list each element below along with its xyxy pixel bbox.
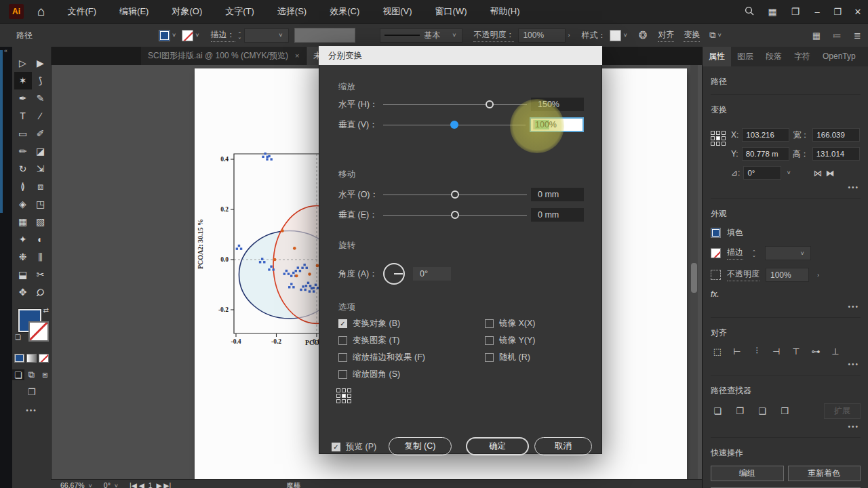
transform-more-options[interactable]: ••• xyxy=(711,184,861,191)
rotation-value[interactable]: 0° ˅ xyxy=(104,481,120,488)
angle-chevron-icon[interactable]: ˅ xyxy=(787,169,790,176)
eraser-tool[interactable]: ◪ xyxy=(32,142,50,160)
scale-vertical-input[interactable]: 100% xyxy=(530,117,584,132)
appearance-fill-swatch[interactable] xyxy=(711,228,721,238)
checkbox-transform-patterns[interactable]: 变换图案 (T) xyxy=(338,335,399,346)
blend-tool[interactable]: ◐ xyxy=(32,230,50,248)
style-chevron-icon[interactable]: ˅ xyxy=(623,32,627,39)
type-tool[interactable]: T xyxy=(14,107,32,125)
style-swatch[interactable] xyxy=(610,30,621,41)
collapse-panel-icon[interactable]: « xyxy=(4,47,7,54)
copy-button[interactable]: 复制 (C) xyxy=(389,437,452,455)
stroke-color-swatch[interactable] xyxy=(182,30,193,41)
appearance-stroke-weight[interactable]: ˅ xyxy=(765,246,811,260)
color-mode-button[interactable] xyxy=(14,354,24,363)
rotate-angle-select[interactable]: 0° xyxy=(743,166,781,180)
home-icon[interactable]: ⌂ xyxy=(37,4,45,19)
tab-character[interactable]: 字符 xyxy=(788,46,816,66)
panel-switch-icon[interactable]: ≔ xyxy=(833,30,842,41)
shape-builder-tool[interactable]: ◈ xyxy=(14,195,32,213)
column-graph-tool[interactable]: ⫼ xyxy=(32,248,50,266)
fx-button[interactable]: fx. xyxy=(711,289,719,299)
appearance-more-options[interactable]: ••• xyxy=(711,303,861,310)
appearance-opacity-value[interactable]: 100% xyxy=(766,268,809,282)
checkbox-reflect-x[interactable]: 镜像 X(X) xyxy=(485,318,535,329)
draw-inside-icon[interactable]: ⧈ xyxy=(39,369,51,380)
shape-props-icon[interactable]: ▦ xyxy=(812,30,821,41)
opacity-label[interactable]: 不透明度： xyxy=(473,29,514,42)
gradient-tool[interactable]: ▧ xyxy=(32,213,50,230)
draw-normal-icon[interactable]: ❏ xyxy=(12,369,24,380)
stroke-style-select[interactable]: 基本 ˅ xyxy=(380,28,462,43)
pathfinder-unite-icon[interactable]: ❏ xyxy=(711,406,724,417)
menu-help[interactable]: 帮助(H) xyxy=(479,5,532,18)
move-horizontal-slider[interactable] xyxy=(383,187,527,202)
checkbox-random[interactable]: 随机 (R) xyxy=(485,352,530,363)
artboard-nav[interactable]: |◀ ◀ 1 ▶ ▶| xyxy=(130,481,171,488)
scale-vertical-slider[interactable] xyxy=(383,117,526,132)
lasso-tool[interactable]: ⟆ xyxy=(32,72,50,89)
menu-window[interactable]: 窗口(W) xyxy=(424,5,479,18)
width-tool[interactable]: ≬ xyxy=(14,178,32,195)
align-left-icon[interactable]: ⊢ xyxy=(730,346,744,357)
direct-selection-tool[interactable]: ▷ xyxy=(14,54,32,72)
selection-tool[interactable]: ▶ xyxy=(32,54,50,72)
stroke-weight-label[interactable]: 描边： xyxy=(211,29,235,42)
appearance-stroke-label[interactable]: 描边 xyxy=(727,247,743,260)
y-field[interactable]: 80.778 m xyxy=(742,147,789,161)
screen-mode-icon[interactable]: ❐ xyxy=(12,387,51,397)
rotate-angle-value[interactable]: 0° xyxy=(413,267,451,281)
line-segment-tool[interactable]: ∕ xyxy=(32,107,50,125)
move-horizontal-value[interactable]: 0 mm xyxy=(531,188,584,201)
eyedropper-tool[interactable]: ✦ xyxy=(14,230,32,248)
checkbox-preview[interactable]: ✓预览 (P) xyxy=(332,441,376,453)
appearance-stroke-swatch[interactable] xyxy=(711,248,721,258)
tab-layers[interactable]: 图层 xyxy=(731,46,760,66)
menu-type[interactable]: 文字(T) xyxy=(214,5,266,18)
scrollbar-thumb[interactable] xyxy=(691,263,697,293)
opacity-value[interactable]: 100% xyxy=(518,28,566,43)
document-tab-sci[interactable]: SCI图形排版.ai @ 100 % (CMYK/预览)× xyxy=(141,46,307,65)
align-options-icon[interactable]: ⬚ xyxy=(711,346,724,357)
rectangle-tool[interactable]: ▭ xyxy=(14,125,32,142)
pathfinder-intersect-icon[interactable]: ❑ xyxy=(755,406,769,417)
perspective-grid-tool[interactable]: ◳ xyxy=(32,195,50,213)
scale-horizontal-value[interactable]: 150% xyxy=(531,98,584,111)
move-vertical-value[interactable]: 0 mm xyxy=(531,208,584,222)
tab-close-icon[interactable]: × xyxy=(295,52,299,60)
opacity-more-icon[interactable]: › xyxy=(568,32,570,39)
width-field[interactable]: 166.039 xyxy=(812,128,860,142)
symbol-sprayer-tool[interactable]: ❉ xyxy=(14,248,32,266)
height-field[interactable]: 131.014 xyxy=(812,147,860,161)
magic-wand-tool[interactable]: ✶ xyxy=(14,72,32,89)
scale-tool[interactable]: ⇲ xyxy=(32,160,50,178)
recolor-artwork-icon[interactable]: ❂ xyxy=(639,29,648,41)
tab-properties[interactable]: 属性 xyxy=(703,46,731,66)
menu-object[interactable]: 对象(O) xyxy=(160,5,214,18)
move-vertical-slider[interactable] xyxy=(383,207,527,222)
pen-tool[interactable]: ✒ xyxy=(14,89,32,107)
align-right-icon[interactable]: ⊣ xyxy=(770,346,783,357)
maximize-button[interactable]: ❐ xyxy=(827,0,848,23)
swap-fill-stroke-icon[interactable]: ⇄ xyxy=(43,306,49,314)
transform-link[interactable]: 变换 xyxy=(684,29,700,42)
menu-file[interactable]: 文件(F) xyxy=(56,5,108,18)
default-swatches-icon[interactable]: ❏ xyxy=(15,333,21,341)
curvature-pen-tool[interactable]: ✎ xyxy=(32,89,50,107)
appearance-stroke-stepper[interactable]: ⌃⌄ xyxy=(752,250,756,257)
rotate-dial[interactable] xyxy=(383,263,405,285)
artboard-tool[interactable]: ⬓ xyxy=(14,266,32,283)
align-top-icon[interactable]: ⊤ xyxy=(789,346,803,357)
rotate-tool[interactable]: ↻ xyxy=(14,160,32,178)
pathfinder-more-options[interactable]: ••• xyxy=(711,423,861,430)
stroke-weight-select[interactable]: ˅ xyxy=(244,28,289,43)
paintbrush-tool[interactable]: ✐ xyxy=(32,125,50,142)
group-button[interactable]: 编组 xyxy=(711,466,784,481)
canvas-vertical-scrollbar[interactable] xyxy=(690,65,698,479)
menu-select[interactable]: 选择(S) xyxy=(266,5,318,18)
align-middle-v-icon[interactable]: ⊶ xyxy=(809,346,823,357)
menu-edit[interactable]: 编辑(E) xyxy=(108,5,160,18)
flip-vertical-icon[interactable]: ⧓ xyxy=(826,168,835,178)
pencil-tool[interactable]: ✏ xyxy=(14,142,32,160)
pathfinder-minus-front-icon[interactable]: ❐ xyxy=(733,406,747,417)
